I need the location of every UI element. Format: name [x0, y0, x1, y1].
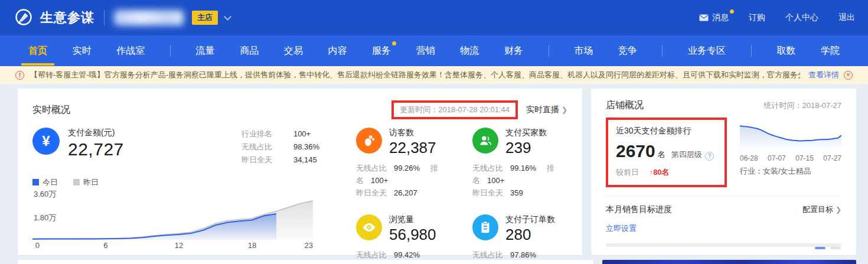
notice-text: 【帮转-客服主管-哦】官方服务分析产品-服务洞察已隆重上线，提供售前体验，售中转… — [30, 70, 800, 80]
setup-now-link[interactable]: 立即设置 — [606, 223, 637, 234]
partial-card — [18, 260, 593, 264]
nav-products[interactable]: 商品 — [240, 37, 259, 66]
content-row: 实时概况 更新时间：2018-07-28 20:01:44 实时直播❯ ¥ 支付… — [0, 84, 868, 255]
rank-value: 2670 — [616, 141, 655, 161]
configure-target-link[interactable]: 配置目标❯ — [802, 204, 841, 215]
nav-content[interactable]: 内容 — [328, 37, 347, 66]
nav-divider — [170, 45, 171, 57]
legend-yesterday-label: 昨日 — [83, 178, 99, 187]
nav-war-room[interactable]: 作战室 — [116, 37, 145, 66]
pagination-dash[interactable] — [830, 247, 841, 249]
metric-grid: 访客数 22,387 无线占比99.26%排名100+ 昨日全天26,207 — [322, 128, 567, 264]
top-header: 生意参谋 主店 消息 订购 个人中心 退出 — [0, 0, 868, 35]
service-badge-dot — [392, 41, 396, 45]
nav-service[interactable]: 服务 — [372, 37, 391, 66]
nav-logistics[interactable]: 物流 — [460, 37, 479, 66]
area-chart-svg — [32, 193, 313, 240]
nav-data-fetch[interactable]: 取数 — [776, 37, 795, 66]
metric-sub-orders: 支付子订单数 280 无线占比97.86% 昨日全天394 — [472, 214, 567, 264]
brand[interactable]: 生意参谋 — [13, 7, 94, 28]
notice-detail-link[interactable]: 查看详情 — [808, 70, 839, 80]
footprint-icon — [356, 128, 382, 154]
nav-business-zone[interactable]: 业务专区 — [688, 37, 726, 66]
nav-academy[interactable]: 学院 — [821, 37, 840, 66]
rank-unit: 名 — [658, 149, 665, 160]
target-progress-bar — [606, 243, 841, 247]
compass-logo-icon — [13, 7, 34, 28]
chevron-down-icon[interactable] — [224, 13, 231, 21]
shop-card-title: 店铺概况 — [606, 99, 644, 112]
envelope-icon — [699, 14, 709, 21]
chart-legend: 今日 昨日 — [32, 177, 322, 188]
main-nav: 首页 实时 作战室 流量 商品 交易 内容 服务 营销 物流 财务 市场 竞争 … — [0, 35, 868, 66]
update-time-value: 2018-07-28 20:01:44 — [438, 105, 510, 114]
nav-realtime[interactable]: 实时 — [73, 37, 92, 66]
y-axis-tick-lower: 1.80万 — [34, 213, 56, 223]
header-actions: 消息 订购 个人中心 退出 — [699, 12, 855, 23]
app-title: 生意参谋 — [40, 9, 94, 27]
chevron-right-icon: ❯ — [562, 106, 567, 114]
realtime-overview-card: 实时概况 更新时间：2018-07-28 20:01:44 实时直播❯ ¥ 支付… — [18, 89, 582, 255]
yen-icon: ¥ — [32, 128, 60, 155]
nav-traffic[interactable]: 流量 — [196, 37, 215, 66]
rank-x-axis-ticks: 06-28 07-07 07-15 07-27 — [740, 154, 841, 162]
notification-dot — [730, 9, 734, 14]
realtime-card-title: 实时概况 — [32, 104, 70, 116]
live-broadcast-link[interactable]: 实时直播❯ — [526, 105, 567, 115]
pagination-dash-active[interactable] — [815, 247, 825, 249]
payment-chart-panel: ¥ 支付金额(元) 22,727 行业排名100+ 无线占比98.36% 昨日全… — [32, 128, 322, 264]
legend-today-label: 今日 — [43, 178, 58, 187]
close-icon[interactable]: × — [844, 71, 853, 80]
rank-trend-chart[interactable]: 06-28 07-07 07-15 07-27 行业：女装/女士精品 — [740, 118, 841, 187]
store-name-blurred — [114, 10, 184, 25]
rank-trend-svg — [740, 120, 841, 149]
metric-buyers: 支付买家数 239 无线占比99.16%排名100+ 昨日全天359 — [472, 128, 567, 199]
help-icon[interactable]: ? — [705, 152, 714, 161]
legend-today-swatch — [32, 179, 39, 185]
legend-yesterday-swatch — [73, 179, 80, 185]
nav-home[interactable]: 首页 — [28, 37, 47, 66]
buyers-people-icon — [472, 128, 498, 154]
payment-amount-label: 支付金额(元) — [68, 128, 124, 138]
metric-visitors: 访客数 22,387 无线占比99.26%排名100+ 昨日全天26,207 — [356, 128, 451, 199]
messages-link[interactable]: 消息 — [699, 12, 729, 23]
alert-icon: ! — [15, 71, 24, 80]
rank-tier: 第四层级 — [671, 149, 702, 160]
orders-link[interactable]: 订购 — [749, 12, 765, 23]
sales-target-title: 本月销售目标进度 — [606, 204, 672, 215]
notice-banner: ! 【帮转-客服主管-哦】官方服务分析产品-服务洞察已隆重上线，提供售前体验，售… — [0, 66, 868, 84]
nav-marketing[interactable]: 营销 — [416, 37, 435, 66]
card-pagination — [815, 247, 841, 249]
industry-label: 行业：女装/女士精品 — [740, 166, 841, 177]
metric-pageviews: 浏览量 56,980 无线占比99.42% 昨日全天72,999 — [356, 214, 451, 264]
nav-competition[interactable]: 竞争 — [618, 37, 637, 66]
update-time-highlight-box: 更新时间：2018-07-28 20:01:44 — [391, 100, 518, 119]
rank-change-value: 80名 — [653, 168, 669, 177]
nav-divider — [662, 45, 663, 57]
y-axis-tick-upper: 3.60万 — [34, 189, 56, 200]
partial-promo-banner — [602, 260, 856, 264]
nav-trade[interactable]: 交易 — [284, 37, 303, 66]
rank-title: 近30天支付金额排行 — [616, 126, 717, 136]
payment-amount-value: 22,727 — [68, 139, 124, 159]
messages-label: 消息 — [712, 12, 729, 23]
nav-market[interactable]: 市场 — [574, 37, 593, 66]
nav-finance[interactable]: 财务 — [504, 37, 523, 66]
header-divider — [104, 10, 105, 25]
clipboard-icon — [472, 214, 498, 240]
realtime-line-chart[interactable]: 3.60万 1.80万 — [32, 190, 322, 252]
logout-link[interactable]: 退出 — [838, 12, 855, 23]
rank-highlight-box: 近30天支付金额排行 2670 名 第四层级 ? 较前日 ↑80名 — [606, 118, 727, 187]
x-axis-ticks: 0 6 12 18 23 — [32, 241, 313, 250]
shop-overview-card: 店铺概况 统计时间：2018-07-27 近30天支付金额排行 2670 名 第… — [591, 89, 856, 255]
eye-icon — [356, 214, 382, 240]
chevron-right-icon: ❯ — [836, 206, 841, 214]
payment-stats: 行业排名100+ 无线占比98.36% 昨日全天34,145 — [242, 128, 319, 167]
nav-divider — [751, 45, 752, 57]
update-time-label: 更新时间： — [400, 105, 438, 114]
account-link[interactable]: 个人中心 — [785, 12, 818, 23]
section-divider — [606, 195, 841, 196]
store-badge: 主店 — [192, 11, 218, 25]
nav-divider — [549, 45, 549, 57]
vs-prev-day-label: 较前日 — [616, 168, 639, 177]
